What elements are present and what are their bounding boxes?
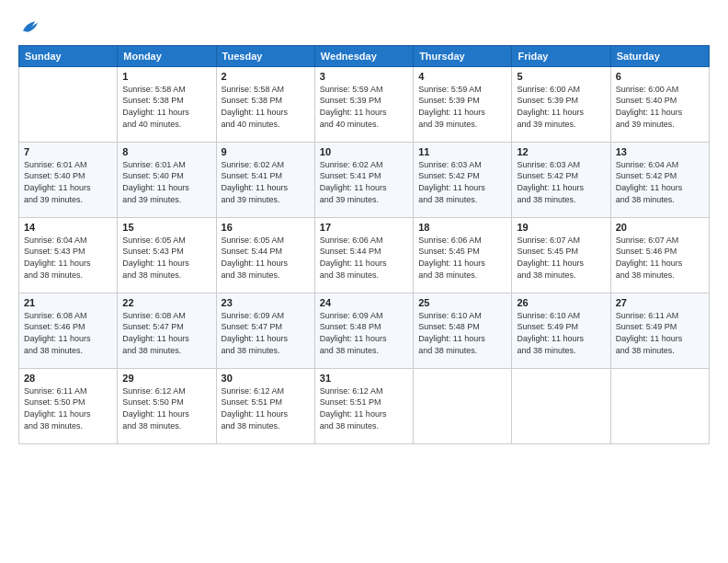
sunset-text: Sunset: 5:40 PM — [616, 95, 704, 107]
calendar-cell — [414, 368, 512, 443]
day-number: 19 — [517, 222, 605, 233]
calendar-cell: 22Sunrise: 6:08 AMSunset: 5:47 PMDayligh… — [118, 293, 216, 368]
sunrise-text: Sunrise: 6:10 AM — [517, 310, 605, 322]
day-info: Sunrise: 5:58 AMSunset: 5:38 PMDaylight:… — [122, 84, 210, 130]
sunrise-text: Sunrise: 6:03 AM — [418, 159, 506, 171]
daylight-text-cont: and 38 minutes. — [222, 345, 310, 357]
daylight-text: Daylight: 11 hours — [517, 258, 605, 270]
daylight-text-cont: and 38 minutes. — [418, 194, 506, 206]
header — [18, 17, 710, 38]
calendar-week-row: 14Sunrise: 6:04 AMSunset: 5:43 PMDayligh… — [19, 217, 710, 293]
sunset-text: Sunset: 5:49 PM — [616, 321, 704, 333]
daylight-text-cont: and 39 minutes. — [24, 194, 112, 206]
calendar-day-header: Sunday — [19, 45, 118, 66]
calendar-day-header: Friday — [512, 45, 610, 66]
daylight-text: Daylight: 11 hours — [418, 182, 506, 194]
sunrise-text: Sunrise: 6:00 AM — [517, 84, 605, 96]
daylight-text-cont: and 38 minutes. — [517, 194, 605, 206]
day-info: Sunrise: 6:00 AMSunset: 5:40 PMDaylight:… — [616, 84, 704, 130]
day-info: Sunrise: 6:04 AMSunset: 5:43 PMDaylight:… — [24, 235, 112, 281]
daylight-text-cont: and 38 minutes. — [122, 420, 210, 432]
daylight-text-cont: and 38 minutes. — [122, 345, 210, 357]
daylight-text: Daylight: 11 hours — [320, 107, 408, 119]
day-info: Sunrise: 6:06 AMSunset: 5:45 PMDaylight:… — [418, 235, 506, 281]
sunset-text: Sunset: 5:39 PM — [320, 95, 408, 107]
daylight-text: Daylight: 11 hours — [122, 182, 210, 194]
day-info: Sunrise: 6:07 AMSunset: 5:45 PMDaylight:… — [517, 235, 605, 281]
daylight-text-cont: and 39 minutes. — [122, 194, 210, 206]
calendar-cell: 15Sunrise: 6:05 AMSunset: 5:43 PMDayligh… — [118, 217, 216, 293]
daylight-text-cont: and 38 minutes. — [24, 270, 112, 282]
sunset-text: Sunset: 5:43 PM — [24, 246, 112, 258]
sunrise-text: Sunrise: 6:02 AM — [222, 159, 310, 171]
sunrise-text: Sunrise: 6:05 AM — [222, 235, 310, 247]
daylight-text-cont: and 38 minutes. — [517, 270, 605, 282]
day-number: 12 — [517, 146, 605, 157]
day-info: Sunrise: 6:02 AMSunset: 5:41 PMDaylight:… — [320, 159, 408, 205]
day-info: Sunrise: 6:07 AMSunset: 5:46 PMDaylight:… — [616, 235, 704, 281]
day-info: Sunrise: 6:10 AMSunset: 5:48 PMDaylight:… — [418, 310, 506, 356]
calendar-cell: 24Sunrise: 6:09 AMSunset: 5:48 PMDayligh… — [314, 293, 413, 368]
calendar-week-row: 21Sunrise: 6:08 AMSunset: 5:46 PMDayligh… — [19, 293, 710, 368]
day-info: Sunrise: 6:12 AMSunset: 5:50 PMDaylight:… — [122, 385, 210, 431]
daylight-text-cont: and 38 minutes. — [418, 270, 506, 282]
daylight-text: Daylight: 11 hours — [222, 408, 310, 420]
day-info: Sunrise: 5:59 AMSunset: 5:39 PMDaylight:… — [418, 84, 506, 130]
sunset-text: Sunset: 5:45 PM — [418, 246, 506, 258]
sunrise-text: Sunrise: 6:04 AM — [616, 159, 704, 171]
day-number: 13 — [616, 146, 704, 157]
calendar-cell: 17Sunrise: 6:06 AMSunset: 5:44 PMDayligh… — [314, 217, 413, 293]
daylight-text: Daylight: 11 hours — [418, 107, 506, 119]
calendar-cell: 9Sunrise: 6:02 AMSunset: 5:41 PMDaylight… — [216, 142, 314, 217]
day-number: 2 — [222, 71, 310, 82]
calendar-cell: 29Sunrise: 6:12 AMSunset: 5:50 PMDayligh… — [118, 368, 216, 443]
day-info: Sunrise: 6:12 AMSunset: 5:51 PMDaylight:… — [222, 385, 310, 431]
daylight-text: Daylight: 11 hours — [616, 258, 704, 270]
daylight-text: Daylight: 11 hours — [418, 258, 506, 270]
daylight-text: Daylight: 11 hours — [222, 182, 310, 194]
calendar-week-row: 28Sunrise: 6:11 AMSunset: 5:50 PMDayligh… — [19, 368, 710, 443]
daylight-text: Daylight: 11 hours — [122, 408, 210, 420]
sunset-text: Sunset: 5:41 PM — [320, 170, 408, 182]
calendar-cell: 19Sunrise: 6:07 AMSunset: 5:45 PMDayligh… — [512, 217, 610, 293]
sunrise-text: Sunrise: 6:09 AM — [320, 310, 408, 322]
daylight-text-cont: and 40 minutes. — [320, 119, 408, 131]
calendar-cell: 8Sunrise: 6:01 AMSunset: 5:40 PMDaylight… — [118, 142, 216, 217]
sunset-text: Sunset: 5:41 PM — [222, 170, 310, 182]
calendar-cell: 18Sunrise: 6:06 AMSunset: 5:45 PMDayligh… — [414, 217, 512, 293]
sunrise-text: Sunrise: 6:12 AM — [222, 385, 310, 397]
day-number: 21 — [24, 297, 112, 308]
calendar-week-row: 7Sunrise: 6:01 AMSunset: 5:40 PMDaylight… — [19, 142, 710, 217]
daylight-text: Daylight: 11 hours — [418, 333, 506, 345]
day-info: Sunrise: 6:08 AMSunset: 5:46 PMDaylight:… — [24, 310, 112, 356]
day-number: 27 — [616, 297, 704, 308]
day-info: Sunrise: 6:03 AMSunset: 5:42 PMDaylight:… — [517, 159, 605, 205]
calendar-cell: 26Sunrise: 6:10 AMSunset: 5:49 PMDayligh… — [512, 293, 610, 368]
daylight-text: Daylight: 11 hours — [320, 258, 408, 270]
sunrise-text: Sunrise: 6:07 AM — [517, 235, 605, 247]
daylight-text-cont: and 38 minutes. — [616, 345, 704, 357]
daylight-text: Daylight: 11 hours — [517, 182, 605, 194]
sunset-text: Sunset: 5:44 PM — [222, 246, 310, 258]
daylight-text: Daylight: 11 hours — [616, 182, 704, 194]
day-info: Sunrise: 6:11 AMSunset: 5:50 PMDaylight:… — [24, 385, 112, 431]
sunrise-text: Sunrise: 6:09 AM — [222, 310, 310, 322]
daylight-text: Daylight: 11 hours — [24, 258, 112, 270]
sunset-text: Sunset: 5:38 PM — [222, 95, 310, 107]
day-number: 15 — [122, 222, 210, 233]
day-info: Sunrise: 6:10 AMSunset: 5:49 PMDaylight:… — [517, 310, 605, 356]
calendar-day-header: Monday — [118, 45, 216, 66]
calendar-cell: 23Sunrise: 6:09 AMSunset: 5:47 PMDayligh… — [216, 293, 314, 368]
day-info: Sunrise: 6:01 AMSunset: 5:40 PMDaylight:… — [122, 159, 210, 205]
day-info: Sunrise: 5:58 AMSunset: 5:38 PMDaylight:… — [222, 84, 310, 130]
day-number: 24 — [320, 297, 408, 308]
daylight-text: Daylight: 11 hours — [24, 182, 112, 194]
day-info: Sunrise: 6:09 AMSunset: 5:47 PMDaylight:… — [222, 310, 310, 356]
sunset-text: Sunset: 5:39 PM — [517, 95, 605, 107]
day-number: 29 — [122, 373, 210, 384]
day-info: Sunrise: 6:03 AMSunset: 5:42 PMDaylight:… — [418, 159, 506, 205]
calendar-cell: 28Sunrise: 6:11 AMSunset: 5:50 PMDayligh… — [19, 368, 118, 443]
day-info: Sunrise: 6:09 AMSunset: 5:48 PMDaylight:… — [320, 310, 408, 356]
calendar-cell — [610, 368, 709, 443]
daylight-text-cont: and 40 minutes. — [122, 119, 210, 131]
